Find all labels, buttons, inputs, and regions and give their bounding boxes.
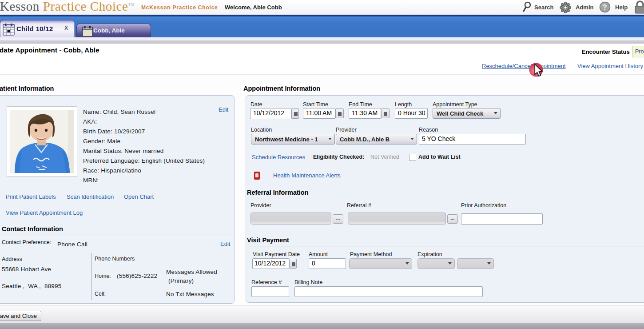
svg-text:?: ?: [603, 4, 607, 11]
